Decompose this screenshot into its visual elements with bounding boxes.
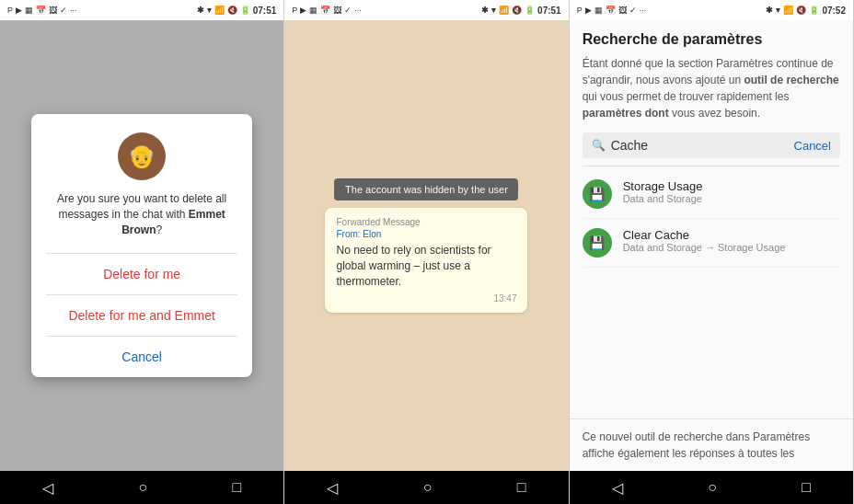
- cancel-button-1[interactable]: Cancel: [46, 337, 237, 377]
- storage-usage-title: Storage Usage: [623, 179, 703, 193]
- avatar-emoji: 👴: [128, 143, 156, 169]
- recents-button-3[interactable]: □: [802, 479, 811, 496]
- wifi-icon-2: ▾: [491, 6, 496, 15]
- calendar-icon-3: 📅: [606, 6, 616, 15]
- dots-icon-2: ···: [354, 6, 362, 15]
- status-icons-right-2: ✱ ▾ 📶 🔇 🔋 07:51: [481, 6, 561, 16]
- check-icon: ✓: [60, 6, 67, 15]
- pinterest-icon-2: P: [292, 6, 297, 15]
- youtube-icon-2: ▶: [300, 6, 306, 15]
- settings-search-title: Recherche de paramètres: [583, 31, 840, 48]
- bluetooth-icon: ✱: [197, 6, 204, 15]
- tv-icon: ▦: [25, 6, 33, 15]
- phone-panel-1: P ▶ ▦ 📅 🖼 ✓ ··· ✱ ▾ 📶 🔇 🔋 07:51 👴 Are yo…: [0, 0, 284, 504]
- mute-icon-2: 🔇: [512, 6, 522, 15]
- calendar-icon: 📅: [36, 6, 46, 15]
- chat-time: 13:47: [336, 293, 516, 304]
- home-button-3[interactable]: ○: [708, 479, 717, 496]
- mute-icon-3: 🔇: [796, 6, 806, 15]
- time-3: 07:52: [822, 6, 846, 16]
- time-1: 07:51: [253, 6, 277, 16]
- mute-icon: 🔇: [227, 6, 237, 15]
- status-icons-left-2: P ▶ ▦ 📅 🖼 ✓ ···: [292, 6, 362, 15]
- wifi-icon-3: ▾: [776, 6, 780, 15]
- wifi-icon: ▾: [207, 6, 212, 15]
- check-icon-3: ✓: [629, 6, 637, 15]
- home-button-2[interactable]: ○: [423, 479, 433, 496]
- storage-usage-subtitle: Data and Storage: [623, 193, 703, 204]
- hidden-account-tooltip: The account was hidden by the user: [334, 178, 518, 200]
- phone-panel-2: P ▶ ▦ 📅 🖼 ✓ ··· ✱ ▾ 📶 🔇 🔋 07:51 The acco…: [284, 0, 569, 504]
- photo-icon-3: 🖼: [618, 6, 627, 15]
- status-icons-left-1: P ▶ ▦ 📅 🖼 ✓ ···: [7, 6, 77, 15]
- photo-icon-2: 🖼: [333, 6, 341, 15]
- tv-icon-3: ▦: [594, 6, 603, 15]
- nav-bar-3: ◁ ○ □: [570, 471, 853, 504]
- battery-icon-2: 🔋: [525, 6, 535, 15]
- photo-icon: 🖼: [49, 6, 57, 15]
- signal-icon-2: 📶: [499, 6, 509, 15]
- back-button-2[interactable]: ◁: [327, 479, 338, 497]
- battery-icon-3: 🔋: [809, 6, 819, 15]
- time-2: 07:51: [537, 6, 561, 16]
- pinterest-icon: P: [7, 6, 13, 15]
- back-button-3[interactable]: ◁: [612, 479, 623, 497]
- dialog-question: Are you sure you want to delete all mess…: [46, 191, 237, 237]
- home-button-1[interactable]: ○: [138, 479, 147, 496]
- status-icons-right-3: ✱ ▾ 📶 🔇 🔋 07:52: [766, 6, 846, 16]
- phone-panel-3: P ▶ ▦ 📅 🖼 ✓ ··· ✱ ▾ 📶 🔇 🔋 07:52 Recherch…: [570, 0, 854, 504]
- status-icons-left-3: P ▶ ▦ 📅 🖼 ✓ ···: [577, 6, 647, 15]
- avatar: 👴: [118, 132, 166, 180]
- status-bar-1: P ▶ ▦ 📅 🖼 ✓ ··· ✱ ▾ 📶 🔇 🔋 07:51: [0, 0, 283, 20]
- tv-icon-2: ▦: [309, 6, 317, 15]
- delete-for-me-button[interactable]: Delete for me: [46, 254, 237, 294]
- delete-for-both-button[interactable]: Delete for me and Emmet: [46, 295, 237, 336]
- back-button-1[interactable]: ◁: [42, 479, 53, 497]
- chat-background: The account was hidden by the user Forwa…: [284, 20, 568, 471]
- clear-cache-text: Clear Cache Data and Storage → Storage U…: [623, 228, 786, 253]
- signal-icon: 📶: [214, 6, 225, 15]
- signal-icon-3: 📶: [783, 6, 793, 15]
- search-result-clear-cache[interactable]: 💾 Clear Cache Data and Storage → Storage…: [583, 219, 840, 268]
- from-label: From: Elon: [336, 229, 516, 239]
- status-icons-right-1: ✱ ▾ 📶 🔇 🔋 07:51: [197, 6, 277, 16]
- dots-icon: ···: [70, 6, 77, 15]
- settings-content: Recherche de paramètres Étant donné que …: [570, 20, 853, 471]
- clear-cache-subtitle: Data and Storage → Storage Usage: [623, 242, 786, 253]
- search-bar[interactable]: 🔍 Cache Cancel: [583, 132, 840, 158]
- settings-description: Étant donné que la section Paramètres co…: [583, 55, 840, 121]
- search-icon: 🔍: [592, 139, 606, 152]
- storage-usage-icon: 💾: [583, 179, 612, 209]
- panel1-background: 👴 Are you sure you want to delete all me…: [0, 20, 283, 471]
- storage-usage-text: Storage Usage Data and Storage: [623, 179, 703, 204]
- search-divider: [583, 166, 840, 166]
- pinterest-icon-3: P: [577, 6, 583, 15]
- youtube-icon-3: ▶: [585, 6, 592, 15]
- dots-icon-3: ···: [640, 6, 647, 15]
- calendar-icon-2: 📅: [320, 6, 330, 15]
- recents-button-1[interactable]: □: [232, 479, 241, 496]
- delete-dialog: 👴 Are you sure you want to delete all me…: [31, 114, 252, 376]
- bluetooth-icon-3: ✱: [766, 6, 773, 15]
- status-bar-2: P ▶ ▦ 📅 🖼 ✓ ··· ✱ ▾ 📶 🔇 🔋 07:51: [284, 0, 568, 20]
- chat-message: No need to rely on scientists for global…: [336, 243, 516, 289]
- status-bar-3: P ▶ ▦ 📅 🖼 ✓ ··· ✱ ▾ 📶 🔇 🔋 07:52: [570, 0, 853, 20]
- search-cancel-button[interactable]: Cancel: [794, 139, 831, 153]
- clear-cache-title: Clear Cache: [623, 228, 786, 242]
- battery-icon: 🔋: [240, 6, 250, 15]
- forward-label: Forwarded Message: [336, 217, 516, 227]
- youtube-icon: ▶: [16, 6, 22, 15]
- recents-button-2[interactable]: □: [517, 479, 526, 496]
- search-result-storage-usage[interactable]: 💾 Storage Usage Data and Storage: [583, 170, 840, 219]
- nav-bar-2: ◁ ○ □: [284, 471, 568, 504]
- check-icon-2: ✓: [344, 6, 352, 15]
- settings-main: Recherche de paramètres Étant donné que …: [570, 20, 853, 418]
- chat-bubble: Forwarded Message From: Elon No need to …: [325, 208, 527, 312]
- nav-bar-1: ◁ ○ □: [0, 471, 283, 504]
- search-input[interactable]: Cache: [611, 138, 789, 153]
- settings-footer-text: Ce nouvel outil de recherche dans Paramè…: [570, 418, 853, 471]
- bluetooth-icon-2: ✱: [481, 6, 489, 15]
- clear-cache-icon: 💾: [583, 228, 612, 258]
